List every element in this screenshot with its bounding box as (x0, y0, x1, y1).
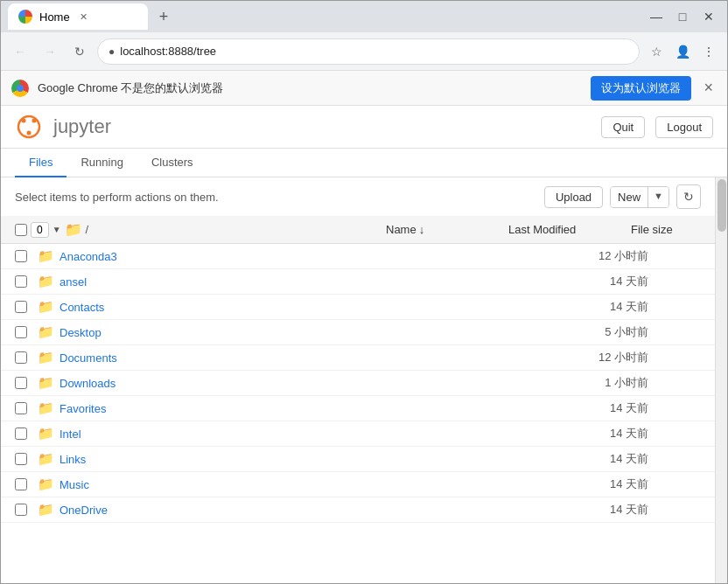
folder-icon: 📁 (38, 274, 54, 289)
window-controls: — □ ✕ (645, 5, 720, 28)
table-row: 📁 Links 14 天前 (1, 447, 715, 472)
new-dropdown-arrow[interactable]: ▼ (648, 187, 668, 207)
file-modified: 14 天前 (578, 299, 701, 315)
banner-close-button[interactable]: × (700, 75, 717, 101)
file-name-link[interactable]: Links (60, 453, 578, 466)
url-text: localhost:8888/tree (120, 45, 628, 58)
tab-files[interactable]: Files (15, 149, 66, 177)
logout-button[interactable]: Logout (655, 116, 713, 138)
file-name-link[interactable]: Desktop (60, 326, 578, 339)
count-dropdown-arrow[interactable]: ▼ (52, 225, 61, 234)
tab-close-button[interactable]: ✕ (77, 10, 91, 24)
menu-button[interactable]: ⋮ (697, 40, 720, 63)
col-size-header: File size (631, 223, 701, 236)
tab-clusters[interactable]: Clusters (137, 149, 207, 177)
file-name-link[interactable]: Favorites (60, 402, 578, 415)
scrollbar-thumb[interactable] (718, 179, 726, 232)
file-modified: 14 天前 (578, 274, 701, 289)
chrome-logo (11, 80, 29, 97)
set-default-button[interactable]: 设为默认浏览器 (591, 76, 691, 101)
table-row: 📁 Favorites 14 天前 (1, 396, 715, 421)
folder-icon: 📁 (38, 502, 54, 518)
tabs-bar: Files Running Clusters (1, 149, 727, 177)
refresh-button[interactable]: ↻ (676, 184, 701, 209)
back-button[interactable]: ← (8, 39, 32, 64)
bookmark-button[interactable]: ☆ (645, 40, 668, 63)
row-checkbox[interactable] (15, 428, 27, 440)
reload-button[interactable]: ↻ (67, 39, 92, 64)
tab-title: Home (39, 10, 70, 24)
file-modified: 12 小时前 (578, 248, 701, 264)
folder-icon: 📁 (38, 350, 54, 365)
table-row: 📁 Desktop 5 小时前 (1, 320, 715, 345)
row-checkbox[interactable] (15, 402, 27, 414)
jupyter-brand-text: jupyter (53, 115, 111, 138)
file-modified: 1 小时前 (578, 375, 701, 391)
file-list: 📁 Anaconda3 12 小时前 📁 ansel 14 天前 📁 Conta… (1, 244, 715, 583)
row-checkbox[interactable] (15, 478, 27, 490)
file-name-link[interactable]: Music (60, 478, 578, 491)
folder-icon: 📁 (38, 426, 54, 441)
row-checkbox[interactable] (15, 377, 27, 389)
scrollbar-track[interactable] (715, 177, 727, 583)
svg-point-1 (22, 119, 26, 123)
file-modified: 14 天前 (578, 400, 701, 416)
minimize-button[interactable]: — (645, 5, 668, 28)
new-button-label[interactable]: New (611, 187, 648, 207)
row-checkbox[interactable] (15, 250, 27, 262)
row-checkbox[interactable] (15, 504, 27, 516)
row-checkbox[interactable] (15, 326, 27, 338)
file-name-link[interactable]: Anaconda3 (60, 250, 578, 263)
table-row: 📁 Documents 12 小时前 (1, 345, 715, 371)
upload-button[interactable]: Upload (544, 186, 603, 208)
table-row: 📁 Anaconda3 12 小时前 (1, 244, 715, 269)
header-checkbox-area: 0 ▼ 📁 / (15, 221, 88, 238)
file-name-link[interactable]: Documents (60, 351, 578, 365)
file-modified: 12 小时前 (578, 350, 701, 365)
col-name-label: Name (386, 223, 416, 236)
tab-running[interactable]: Running (66, 149, 136, 177)
banner-text: Google Chrome 不是您的默认浏览器 (38, 80, 582, 96)
file-name-link[interactable]: Downloads (60, 377, 578, 390)
col-modified-header[interactable]: Last Modified (508, 223, 631, 236)
file-toolbar: Select items to perform actions on them.… (1, 177, 715, 216)
folder-icon: 📁 (38, 248, 54, 264)
file-modified: 5 小时前 (578, 324, 701, 340)
file-name-link[interactable]: OneDrive (60, 504, 578, 517)
content-area: Select items to perform actions on them.… (1, 177, 715, 583)
browser-window: Home ✕ + — □ ✕ ← → ↻ ● localhost:8888/tr… (0, 0, 728, 584)
file-list-header: 0 ▼ 📁 / Name ↓ Last Modified File size (1, 216, 715, 244)
chrome-banner: Google Chrome 不是您的默认浏览器 设为默认浏览器 × (1, 71, 727, 106)
new-tab-button[interactable]: + (151, 4, 176, 29)
jupyter-content: jupyter Quit Logout Files Running Cluste… (1, 106, 727, 583)
close-button[interactable]: ✕ (697, 5, 720, 28)
profile-button[interactable]: 👤 (671, 40, 694, 63)
selected-count[interactable]: 0 (31, 222, 49, 238)
restore-button[interactable]: □ (671, 5, 694, 28)
title-bar: Home ✕ + — □ ✕ (1, 1, 727, 32)
tab-favicon (18, 10, 32, 24)
folder-icon: 📁 (38, 451, 54, 467)
forward-button[interactable]: → (38, 39, 62, 64)
new-dropdown[interactable]: New ▼ (610, 186, 669, 208)
browser-tab[interactable]: Home ✕ (8, 3, 148, 30)
file-name-link[interactable]: ansel (60, 275, 578, 289)
select-all-checkbox[interactable] (15, 224, 27, 236)
file-name-link[interactable]: Intel (60, 428, 578, 441)
file-name-link[interactable]: Contacts (60, 301, 578, 314)
row-checkbox[interactable] (15, 301, 27, 313)
folder-icon: 📁 (38, 324, 54, 340)
jupyter-logo-icon (15, 113, 43, 141)
folder-icon: 📁 (38, 476, 54, 492)
folder-icon: 📁 (38, 299, 54, 315)
quit-button[interactable]: Quit (601, 116, 645, 138)
row-checkbox[interactable] (15, 351, 27, 364)
toolbar-instruction: Select items to perform actions on them. (15, 191, 537, 204)
row-checkbox[interactable] (15, 453, 27, 465)
table-row: 📁 Intel 14 天前 (1, 421, 715, 447)
col-name-header[interactable]: Name ↓ (386, 223, 508, 236)
svg-point-2 (32, 119, 37, 123)
address-bar-input[interactable]: ● localhost:8888/tree (97, 38, 640, 65)
row-checkbox[interactable] (15, 275, 27, 288)
address-bar-icons: ☆ 👤 ⋮ (645, 40, 720, 63)
